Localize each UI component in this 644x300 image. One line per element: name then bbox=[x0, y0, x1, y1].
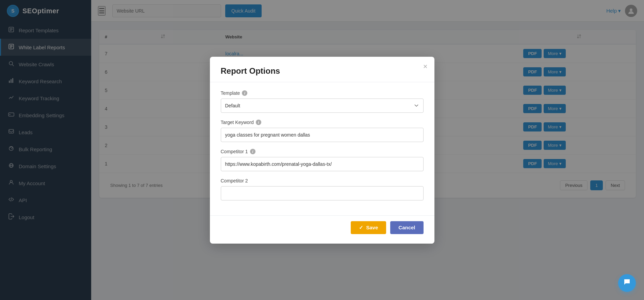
competitor1-info-icon: i bbox=[250, 149, 255, 154]
template-label: Template i bbox=[221, 90, 424, 96]
chat-icon bbox=[623, 278, 631, 288]
save-label: Save bbox=[366, 225, 378, 230]
modal-title: Report Options bbox=[221, 66, 424, 76]
modal-footer: ✓ Save Cancel bbox=[210, 215, 434, 244]
competitor2-group: Competitor 2 bbox=[221, 178, 424, 200]
competitor1-group: Competitor 1 i bbox=[221, 149, 424, 171]
modal-close-button[interactable]: × bbox=[423, 63, 428, 70]
chat-button[interactable] bbox=[618, 274, 636, 292]
template-group: Template i Default bbox=[221, 90, 424, 113]
template-info-icon: i bbox=[242, 90, 247, 96]
competitor2-input[interactable] bbox=[221, 186, 424, 200]
target-keyword-label: Target Keyword i bbox=[221, 120, 424, 125]
competitor1-input[interactable] bbox=[221, 157, 424, 171]
competitor1-label: Competitor 1 i bbox=[221, 149, 424, 154]
modal-overlay[interactable]: Report Options × Template i Default Targ… bbox=[0, 0, 644, 300]
target-keyword-info-icon: i bbox=[256, 120, 261, 125]
target-keyword-input[interactable] bbox=[221, 128, 424, 142]
save-check-icon: ✓ bbox=[359, 225, 363, 231]
modal-header: Report Options × bbox=[210, 57, 434, 82]
template-select[interactable]: Default bbox=[221, 99, 424, 113]
competitor2-label: Competitor 2 bbox=[221, 178, 424, 183]
target-keyword-group: Target Keyword i bbox=[221, 120, 424, 142]
cancel-button[interactable]: Cancel bbox=[390, 221, 423, 234]
modal-body: Template i Default Target Keyword i Comp… bbox=[210, 82, 434, 215]
report-options-modal: Report Options × Template i Default Targ… bbox=[210, 57, 434, 244]
save-button[interactable]: ✓ Save bbox=[351, 221, 386, 234]
